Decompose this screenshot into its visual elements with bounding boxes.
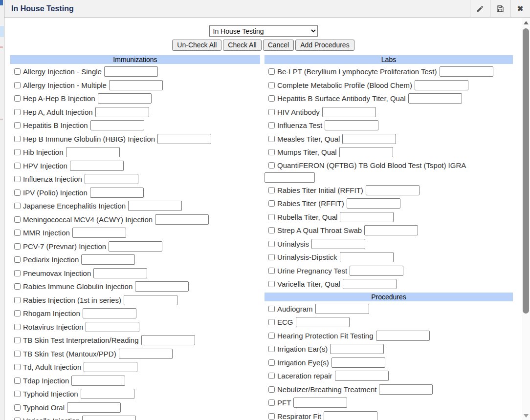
item-checkbox[interactable] — [268, 241, 275, 247]
item-text-input[interactable] — [315, 304, 369, 314]
item-text-input[interactable] — [350, 266, 403, 276]
item-checkbox[interactable] — [268, 214, 275, 220]
item-text-input[interactable] — [95, 107, 149, 117]
item-text-input[interactable] — [141, 335, 195, 345]
item-checkbox[interactable] — [268, 346, 275, 352]
item-text-input[interactable] — [376, 331, 430, 341]
item-checkbox[interactable] — [14, 297, 21, 303]
item-checkbox[interactable] — [14, 310, 21, 316]
save-button[interactable] — [490, 0, 510, 17]
item-checkbox[interactable] — [268, 200, 275, 207]
item-checkbox[interactable] — [268, 333, 275, 339]
item-checkbox[interactable] — [268, 373, 275, 379]
item-checkbox[interactable] — [268, 162, 275, 168]
check-all-button[interactable]: Check All — [223, 40, 261, 51]
item-text-input[interactable] — [366, 185, 420, 195]
item-text-input[interactable] — [109, 241, 162, 252]
item-text-input[interactable] — [335, 371, 389, 381]
item-text-input[interactable] — [135, 281, 189, 292]
item-text-input[interactable] — [81, 254, 135, 265]
item-checkbox[interactable] — [14, 95, 21, 102]
item-checkbox[interactable] — [14, 176, 21, 182]
item-checkbox[interactable] — [268, 386, 275, 393]
item-checkbox[interactable] — [14, 337, 21, 343]
item-checkbox[interactable] — [268, 82, 275, 88]
item-checkbox[interactable] — [268, 122, 275, 128]
item-text-input[interactable] — [128, 201, 182, 211]
item-checkbox[interactable] — [14, 324, 21, 330]
item-checkbox[interactable] — [268, 254, 275, 260]
item-text-input[interactable] — [81, 389, 134, 399]
item-checkbox[interactable] — [268, 227, 275, 233]
item-checkbox[interactable] — [14, 270, 21, 276]
item-checkbox[interactable] — [14, 109, 21, 115]
uncheck-all-button[interactable]: Un-Check All — [172, 40, 221, 51]
item-text-input[interactable] — [340, 212, 394, 222]
item-checkbox[interactable] — [14, 378, 21, 384]
cancel-button[interactable]: Cancel — [263, 40, 294, 51]
item-text-input[interactable] — [71, 376, 125, 386]
item-checkbox[interactable] — [268, 359, 275, 366]
item-text-input[interactable] — [265, 172, 315, 183]
item-text-input[interactable] — [104, 66, 158, 77]
item-text-input[interactable] — [98, 93, 152, 104]
item-checkbox[interactable] — [14, 243, 21, 250]
item-text-input[interactable] — [67, 402, 121, 413]
item-text-input[interactable] — [82, 416, 136, 420]
scroll-down-button[interactable] — [522, 412, 530, 419]
item-checkbox[interactable] — [14, 283, 21, 290]
item-checkbox[interactable] — [14, 203, 21, 209]
item-checkbox[interactable] — [268, 306, 275, 312]
item-text-input[interactable] — [343, 279, 397, 289]
add-procedures-button[interactable]: Add Procedures — [295, 40, 354, 51]
item-text-input[interactable] — [66, 147, 120, 157]
item-text-input[interactable] — [157, 134, 211, 144]
item-text-input[interactable] — [86, 322, 139, 332]
item-checkbox[interactable] — [14, 216, 21, 223]
item-text-input[interactable] — [408, 93, 462, 104]
item-text-input[interactable] — [342, 134, 396, 144]
item-text-input[interactable] — [415, 80, 468, 90]
item-checkbox[interactable] — [268, 68, 275, 75]
item-text-input[interactable] — [331, 357, 385, 368]
item-text-input[interactable] — [330, 344, 384, 354]
item-checkbox[interactable] — [268, 268, 275, 274]
item-checkbox[interactable] — [14, 136, 21, 142]
item-text-input[interactable] — [83, 308, 136, 318]
item-text-input[interactable] — [364, 225, 418, 235]
item-checkbox[interactable] — [268, 399, 275, 406]
item-text-input[interactable] — [109, 80, 163, 90]
edit-button[interactable] — [470, 0, 490, 17]
category-select[interactable]: In House Testing — [209, 25, 318, 37]
item-text-input[interactable] — [311, 239, 365, 249]
item-checkbox[interactable] — [14, 391, 21, 397]
item-text-input[interactable] — [119, 349, 173, 359]
item-text-input[interactable] — [324, 411, 377, 420]
item-checkbox[interactable] — [268, 187, 275, 193]
scrollbar-thumb[interactable] — [523, 28, 529, 314]
item-checkbox[interactable] — [268, 109, 275, 115]
item-checkbox[interactable] — [268, 281, 275, 287]
item-checkbox[interactable] — [14, 256, 21, 263]
item-text-input[interactable] — [293, 398, 347, 408]
item-text-input[interactable] — [85, 174, 138, 184]
item-text-input[interactable] — [296, 317, 350, 327]
item-checkbox[interactable] — [14, 163, 21, 169]
item-checkbox[interactable] — [14, 189, 21, 196]
item-checkbox[interactable] — [14, 418, 21, 420]
item-checkbox[interactable] — [268, 149, 275, 155]
item-checkbox[interactable] — [14, 149, 21, 155]
item-text-input[interactable] — [340, 252, 394, 262]
close-button[interactable]: ✖ — [510, 0, 530, 17]
item-checkbox[interactable] — [14, 364, 21, 370]
item-text-input[interactable] — [339, 147, 393, 157]
item-text-input[interactable] — [90, 188, 144, 198]
item-text-input[interactable] — [379, 384, 433, 395]
item-text-input[interactable] — [124, 295, 177, 305]
item-text-input[interactable] — [90, 120, 144, 130]
item-checkbox[interactable] — [14, 404, 21, 411]
scroll-up-button[interactable] — [522, 19, 530, 26]
item-text-input[interactable] — [440, 66, 493, 77]
item-checkbox[interactable] — [14, 68, 21, 75]
item-text-input[interactable] — [322, 107, 376, 117]
